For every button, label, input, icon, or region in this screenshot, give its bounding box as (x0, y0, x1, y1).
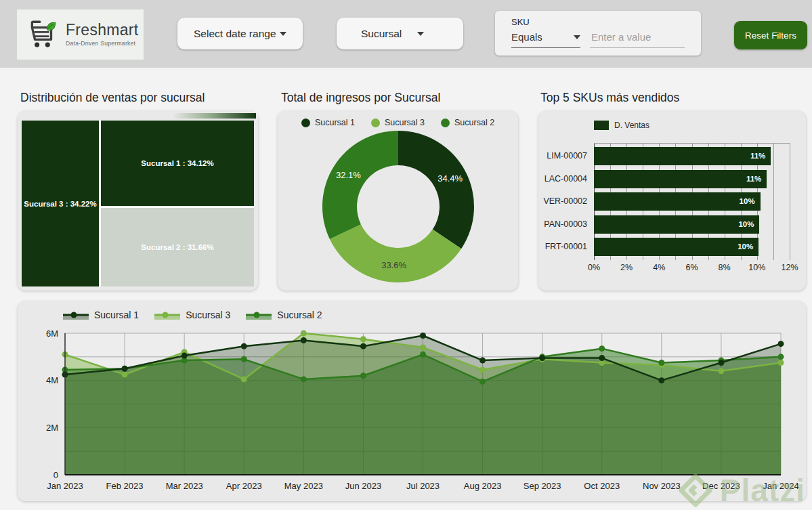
reset-filters-button[interactable]: Reset Filters (734, 21, 807, 49)
bar-category-label: LIM-00007 (538, 151, 587, 161)
bar-value-label: 11% (734, 175, 761, 183)
treemap-block-sucursal-2[interactable]: Sucursal 2 : 31.66% (101, 208, 254, 286)
treemap-block-label: Sucursal 2 : 31.66% (141, 243, 213, 251)
x-axis-tick-label: Jan 2023 (47, 481, 83, 491)
data-point-sucursal-1-feb-2023[interactable] (122, 366, 128, 372)
x-axis-tick-label: Dec 2023 (702, 481, 740, 491)
data-point-sucursal-3-apr-2023[interactable] (241, 376, 247, 382)
legend-item-sucursal-1[interactable]: Sucursal 1 (63, 310, 139, 320)
bar-value-label: 10% (727, 220, 754, 228)
chevron-down-icon (280, 32, 286, 36)
donut-title: Total de ingresos por Sucursal (281, 91, 440, 105)
brand-logo: Freshmart Data-Driven Supermarket (17, 9, 144, 60)
bar-x-tick-label: 0% (577, 263, 611, 272)
data-point-sucursal-3-feb-2023[interactable] (122, 371, 128, 377)
data-point-sucursal-2-jul-2023[interactable] (420, 352, 426, 358)
donut-slice-label: 32.1% (336, 170, 361, 180)
bar-category-label: VER-00002 (538, 196, 587, 206)
treemap-block-label: Sucursal 3 : 34.22% (24, 200, 96, 208)
sucursal-filter[interactable]: Sucursal (337, 18, 463, 49)
sku-filter-row: Equals (511, 30, 685, 48)
data-point-sucursal-1-dec-2023[interactable] (718, 360, 724, 366)
x-axis-tick-label: May 2023 (284, 481, 323, 491)
x-axis-tick-label: Jul 2023 (406, 481, 440, 491)
bar-title: Top 5 SKUs más vendidos (540, 91, 679, 105)
donut-card: Sucursal 1Sucursal 3Sucursal 2 34.4%33.6… (278, 111, 518, 291)
data-point-sucursal-3-may-2023[interactable] (301, 331, 307, 337)
data-point-sucursal-2-jun-2023[interactable] (360, 373, 366, 379)
data-point-sucursal-1-nov-2023[interactable] (658, 377, 664, 383)
legend-label: Sucursal 2 (277, 310, 322, 320)
y-axis-tick-label: 6M (46, 328, 58, 339)
donut-slice-label: 33.6% (381, 260, 406, 270)
data-point-sucursal-2-aug-2023[interactable] (479, 379, 486, 385)
bar-x-tick-label: 2% (610, 263, 643, 272)
bar-gridline (773, 143, 774, 260)
bar-category-label: PAN-00003 (538, 219, 587, 229)
date-range-filter[interactable]: Select date range (177, 18, 303, 49)
x-axis-tick-label: Nov 2023 (643, 481, 681, 491)
data-point-sucursal-3-aug-2023[interactable] (479, 366, 486, 373)
data-point-sucursal-1-sep-2023[interactable] (539, 355, 545, 361)
x-axis-tick-label: Jan 2024 (763, 481, 799, 491)
bar-gridline (790, 143, 790, 260)
y-axis-tick-label: 4M (46, 375, 58, 385)
legend-label: Sucursal 1 (94, 310, 139, 320)
brand-name: Freshmart (66, 22, 139, 38)
treemap-block-sucursal-3[interactable]: Sucursal 3 : 34.22% (22, 121, 99, 286)
data-point-sucursal-3-jul-2023[interactable] (420, 344, 426, 350)
data-point-sucursal-1-oct-2023[interactable] (599, 355, 605, 361)
legend-line-symbol (246, 310, 272, 320)
data-point-sucursal-1-apr-2023[interactable] (241, 343, 247, 349)
data-point-sucursal-1-jun-2023[interactable] (360, 343, 366, 349)
data-point-sucursal-1-jul-2023[interactable] (420, 333, 426, 339)
legend-item-sucursal-3[interactable]: Sucursal 3 (154, 310, 230, 320)
donut-slice-sucursal-2[interactable] (322, 131, 398, 239)
bar-x-tick-label: 6% (675, 263, 709, 272)
bar-plot-top-line (594, 143, 790, 144)
sku-value-input[interactable] (590, 30, 685, 48)
data-point-sucursal-1-jan-2024[interactable] (778, 341, 784, 347)
data-point-sucursal-1-aug-2023[interactable] (479, 358, 486, 364)
bar-x-tick-label: 4% (642, 263, 676, 272)
x-axis-tick-label: Sep 2023 (523, 481, 561, 491)
sku-operator-dropdown[interactable]: Equals (511, 31, 580, 48)
data-point-sucursal-3-jun-2023[interactable] (360, 336, 366, 342)
treemap-title: Distribución de ventas por sucursal (20, 91, 205, 105)
data-point-sucursal-2-may-2023[interactable] (301, 376, 307, 382)
bar-chart: LIM-0000711%LAC-0000411%VER-0000210%PAN-… (538, 111, 806, 291)
data-point-sucursal-3-dec-2023[interactable] (718, 368, 724, 374)
data-point-sucursal-2-jan-2024[interactable] (778, 354, 784, 360)
bar-x-tick-label: 12% (773, 263, 807, 272)
x-axis-tick-label: Mar 2023 (166, 481, 203, 491)
bar-x-tick-label: 8% (708, 263, 742, 272)
bar-value-label: 10% (728, 197, 755, 205)
bar-value-label: 11% (738, 152, 765, 160)
cart-logo-icon (26, 18, 60, 51)
y-axis-tick-label: 2M (46, 423, 58, 433)
data-point-sucursal-3-jan-2024[interactable] (778, 360, 784, 366)
data-point-sucursal-1-may-2023[interactable] (301, 337, 307, 343)
sku-filter-label: SKU (511, 17, 685, 27)
legend-label: Sucursal 3 (186, 310, 230, 320)
donut-chart[interactable]: 34.4%33.6%32.1% (278, 111, 518, 291)
x-axis-tick-label: Feb 2023 (106, 481, 144, 491)
x-axis-tick-label: Oct 2023 (584, 481, 620, 491)
legend-item-sucursal-2[interactable]: Sucursal 2 (246, 310, 322, 320)
line-area-chart[interactable]: 02M4M6MJan 2023Feb 2023Mar 2023Apr 2023M… (18, 301, 806, 501)
data-point-sucursal-2-apr-2023[interactable] (241, 356, 247, 362)
treemap-block-label: Sucursal 1 : 34.12% (141, 159, 213, 167)
data-point-sucursal-2-oct-2023[interactable] (599, 345, 605, 352)
line-card: Sucursal 1Sucursal 3Sucursal 2 02M4M6MJa… (18, 301, 806, 501)
treemap-block-sucursal-1[interactable]: Sucursal 1 : 34.12% (101, 121, 254, 206)
date-range-label: Select date range (194, 28, 276, 40)
dashboard-page: Freshmart Data-Driven Supermarket Select… (0, 0, 812, 510)
y-axis-tick-label: 0 (54, 470, 58, 480)
donut-slice-label: 34.4% (437, 173, 463, 184)
treemap-card: Sucursal 3 : 34.22% Sucursal 1 : 34.12% … (18, 111, 258, 291)
data-point-sucursal-2-nov-2023[interactable] (658, 360, 664, 366)
treemap-color-scale (173, 113, 256, 119)
donut-slice-sucursal-1[interactable] (398, 131, 474, 249)
data-point-sucursal-1-mar-2023[interactable] (181, 353, 188, 359)
bar-category-label: LAC-00004 (538, 174, 587, 184)
